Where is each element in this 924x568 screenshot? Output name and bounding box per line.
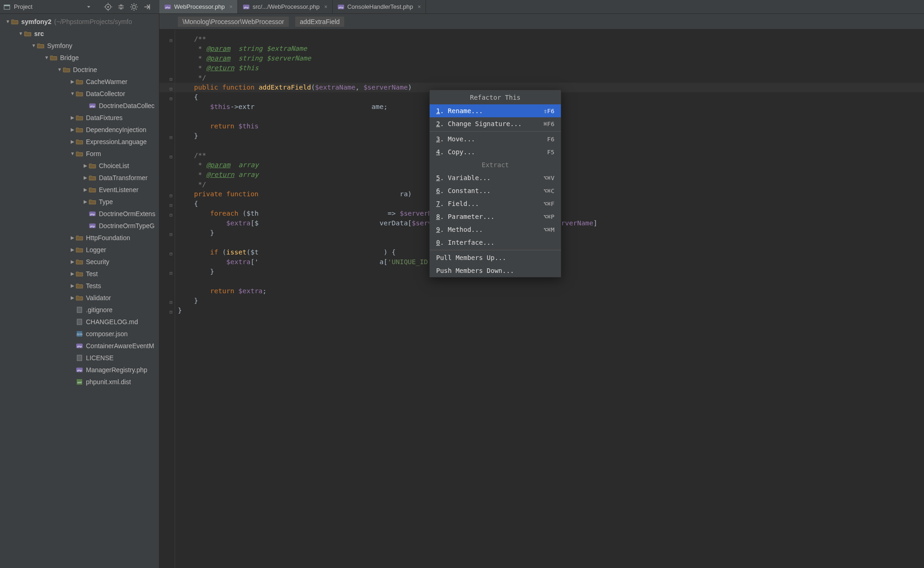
- tree-item[interactable]: phpDoctrineOrmTypeG: [0, 220, 159, 232]
- close-icon[interactable]: ×: [416, 4, 421, 10]
- chevron-icon[interactable]: ▶: [82, 196, 89, 208]
- hide-icon[interactable]: [143, 3, 151, 11]
- tree-item[interactable]: ▼symfony2(~/PhpstormProjects/symfo: [0, 16, 159, 28]
- chevron-icon[interactable]: ▼: [18, 28, 24, 40]
- chevron-icon[interactable]: ▶: [82, 160, 89, 172]
- chevron-icon[interactable]: ▼: [5, 16, 11, 28]
- folder-open-icon: [37, 42, 44, 49]
- popup-menu-item[interactable]: 6. Constant...⌥⌘C: [430, 184, 561, 197]
- tree-item[interactable]: phpManagerRegistry.php: [0, 364, 159, 376]
- tree-item[interactable]: ▶DependencyInjection: [0, 124, 159, 136]
- xml-icon: xml: [76, 378, 83, 386]
- collapse-icon[interactable]: [117, 3, 125, 11]
- folder-icon: [76, 126, 83, 133]
- file-icon: [76, 318, 83, 326]
- tree-item[interactable]: ▶ExpressionLanguage: [0, 136, 159, 148]
- chevron-icon[interactable]: ▶: [69, 232, 76, 244]
- folder-open-icon: [24, 30, 31, 37]
- editor-tab[interactable]: phpWebProcessor.php×: [159, 0, 238, 13]
- tree-item[interactable]: xmlphpunit.xml.dist: [0, 376, 159, 388]
- popup-menu-item[interactable]: 3. Move...F6: [430, 133, 561, 145]
- popup-menu-item[interactable]: 0. Interface...: [430, 236, 561, 249]
- tree-item[interactable]: CHANGELOG.md: [0, 316, 159, 328]
- tree-item[interactable]: .gitignore: [0, 304, 159, 316]
- tree-item[interactable]: ▶Security: [0, 256, 159, 268]
- tree-label: symfony2: [21, 16, 51, 28]
- chevron-icon[interactable]: ▶: [69, 124, 76, 136]
- tree-item[interactable]: ▶Type: [0, 196, 159, 208]
- sidebar-header: Project: [0, 0, 159, 13]
- chevron-icon[interactable]: ▶: [69, 256, 76, 268]
- chevron-icon[interactable]: ▶: [69, 292, 76, 304]
- chevron-icon[interactable]: ▶: [69, 112, 76, 124]
- close-icon[interactable]: ×: [228, 4, 233, 10]
- chevron-icon[interactable]: ▼: [69, 88, 76, 100]
- svg-text:php: php: [90, 105, 95, 108]
- tree-item[interactable]: phpDoctrineDataCollec: [0, 100, 159, 112]
- tree-item[interactable]: ▶ChoiceList: [0, 160, 159, 172]
- chevron-icon[interactable]: ▼: [69, 148, 76, 160]
- tree-item[interactable]: ▶HttpFoundation: [0, 232, 159, 244]
- popup-menu-item[interactable]: 2. Change Signature...⌘F6: [430, 117, 561, 130]
- close-icon[interactable]: ×: [322, 4, 328, 10]
- tree-item[interactable]: phpContainerAwareEventM: [0, 340, 159, 352]
- chevron-icon[interactable]: ▶: [69, 268, 76, 280]
- tree-item[interactable]: ▼src: [0, 28, 159, 40]
- target-icon[interactable]: [104, 3, 112, 11]
- chevron-down-icon[interactable]: [85, 3, 93, 11]
- editor-tab[interactable]: phpsrc/.../WebProcessor.php×: [238, 0, 333, 13]
- php-icon: php: [89, 210, 96, 218]
- php-file-icon: php: [337, 3, 345, 11]
- menu-item-label: 6. Constant...: [436, 186, 491, 196]
- tree-label: LICENSE: [86, 352, 114, 364]
- popup-menu-item[interactable]: 8. Parameter...⌥⌘P: [430, 210, 561, 223]
- editor-tab[interactable]: phpConsoleHandlerTest.php×: [333, 0, 426, 13]
- chevron-icon[interactable]: ▶: [69, 76, 76, 88]
- tree-item[interactable]: ▼Doctrine: [0, 64, 159, 76]
- breadcrumb-method[interactable]: addExtraField: [295, 17, 344, 27]
- tree-item[interactable]: phpDoctrineOrmExtens: [0, 208, 159, 220]
- tree-item[interactable]: ▶CacheWarmer: [0, 76, 159, 88]
- popup-menu-item[interactable]: 1. Rename...⇧F6: [430, 104, 561, 117]
- folder-open-icon: [50, 54, 57, 61]
- popup-menu-item[interactable]: 9. Method...⌥⌘M: [430, 223, 561, 236]
- tree-item[interactable]: LICENSE: [0, 352, 159, 364]
- menu-shortcut: ⌥⌘C: [544, 186, 554, 196]
- tree-item[interactable]: JSONcomposer.json: [0, 328, 159, 340]
- popup-menu-item[interactable]: Pull Members Up...: [430, 251, 561, 264]
- php-icon: php: [76, 342, 83, 350]
- tree-item[interactable]: ▼Form: [0, 148, 159, 160]
- chevron-icon[interactable]: ▶: [82, 184, 89, 196]
- breadcrumb-class[interactable]: \Monolog\Processor\WebProcessor: [178, 17, 289, 27]
- tree-label: Tests: [86, 280, 101, 292]
- tree-item[interactable]: ▶DataTransformer: [0, 172, 159, 184]
- menu-item-label: 1. Rename...: [436, 106, 483, 116]
- tree-item[interactable]: ▶EventListener: [0, 184, 159, 196]
- code-editor[interactable]: ⊟ ⊟ ⊟ ⊟ ⊟ ⊟ ⊟ ⊟ ⊟ ⊟ ⊟ ⊟ ⊟ ⊟ /** * @param…: [159, 30, 924, 568]
- popup-menu-item[interactable]: Push Members Down...: [430, 264, 561, 277]
- php-icon: php: [89, 102, 96, 109]
- chevron-icon[interactable]: ▶: [69, 280, 76, 292]
- svg-text:JSON: JSON: [76, 333, 83, 336]
- tree-item[interactable]: ▶DataFixtures: [0, 112, 159, 124]
- chevron-icon[interactable]: ▼: [30, 40, 37, 52]
- gear-icon[interactable]: [130, 3, 138, 11]
- chevron-icon[interactable]: ▶: [69, 244, 76, 256]
- popup-menu-item[interactable]: 5. Variable...⌥⌘V: [430, 171, 561, 184]
- chevron-icon[interactable]: ▼: [43, 52, 50, 64]
- svg-point-4: [133, 5, 136, 8]
- tree-item[interactable]: ▶Logger: [0, 244, 159, 256]
- popup-menu-item[interactable]: 4. Copy...F5: [430, 145, 561, 158]
- chevron-icon[interactable]: ▼: [56, 64, 63, 76]
- tree-item[interactable]: ▼Symfony: [0, 40, 159, 52]
- chevron-icon[interactable]: ▶: [69, 136, 76, 148]
- chevron-icon[interactable]: ▶: [82, 172, 89, 184]
- tree-item[interactable]: ▶Tests: [0, 280, 159, 292]
- tree-item[interactable]: ▼DataCollector: [0, 88, 159, 100]
- project-dropdown-label[interactable]: Project: [14, 3, 32, 10]
- tree-item[interactable]: ▶Validator: [0, 292, 159, 304]
- tree-item[interactable]: ▶Test: [0, 268, 159, 280]
- tree-item[interactable]: ▼Bridge: [0, 52, 159, 64]
- folder-icon: [76, 234, 83, 242]
- popup-menu-item[interactable]: 7. Field...⌥⌘F: [430, 197, 561, 210]
